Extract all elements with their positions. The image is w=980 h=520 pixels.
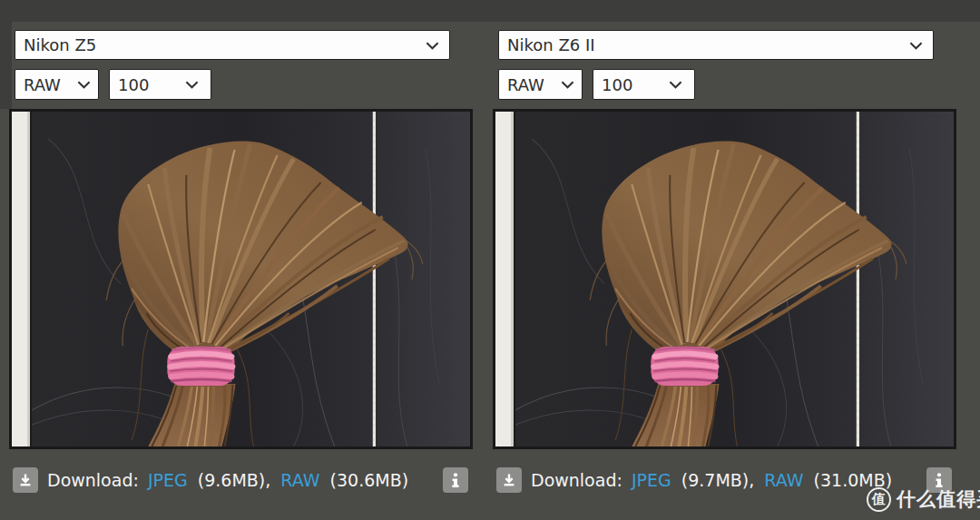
zoom-level-value: 100 [593,75,632,94]
format-select[interactable]: RAW [15,69,99,100]
info-icon [935,473,944,488]
jpeg-file-size: (9.7MB), [681,470,755,490]
info-icon [451,473,460,488]
zoom-level-value: 100 [110,75,149,94]
info-button[interactable] [443,467,468,493]
chevron-down-icon [185,81,199,89]
chevron-down-icon [426,42,439,50]
camera-select-value: Nikon Z5 [15,35,96,54]
raw-file-size: (30.6MB) [330,470,409,490]
jpeg-download-link[interactable]: JPEG [632,470,671,490]
studio-scene-hair-swatch-image [12,112,470,446]
download-tray-icon [18,473,33,487]
format-select-value: RAW [15,75,61,94]
raw-download-link[interactable]: RAW [280,470,319,490]
chevron-down-icon [561,81,574,89]
zoom-level-select[interactable]: 100 [109,69,211,100]
download-button[interactable] [496,467,522,493]
raw-download-link[interactable]: RAW [764,470,803,490]
studio-scene-hair-swatch-image [495,112,954,446]
camera-select-value: Nikon Z6 II [499,35,595,54]
smzdm-watermark: 值 什么值得买 [867,486,980,512]
chevron-down-icon [669,81,682,89]
camera-slot-left: Nikon Z5 RAW 100 Download: JPEG (9.6MB),… [0,0,484,520]
download-tray-icon [502,473,516,487]
comparison-crop-viewport[interactable] [9,109,473,449]
camera-select[interactable]: Nikon Z6 II [498,30,934,60]
zoom-level-select[interactable]: 100 [593,69,695,100]
smzdm-logo-icon: 值 [867,487,891,512]
format-select-value: RAW [499,75,544,94]
download-bar: Download: JPEG (9.6MB), RAW (30.6MB) [0,467,484,493]
download-label: Download: [531,470,622,490]
chevron-down-icon [909,42,923,50]
smzdm-watermark-text: 什么值得买 [897,486,980,512]
jpeg-file-size: (9.6MB), [198,470,271,490]
camera-slot-right: Nikon Z6 II RAW 100 Download: JPEG (9.7M… [484,0,967,520]
chevron-down-icon [77,81,91,89]
camera-select[interactable]: Nikon Z5 [15,30,450,60]
download-label: Download: [47,470,139,490]
comparison-crop-viewport[interactable] [493,109,956,449]
format-select[interactable]: RAW [498,69,583,100]
jpeg-download-link[interactable]: JPEG [148,470,188,490]
download-button[interactable] [13,467,38,493]
